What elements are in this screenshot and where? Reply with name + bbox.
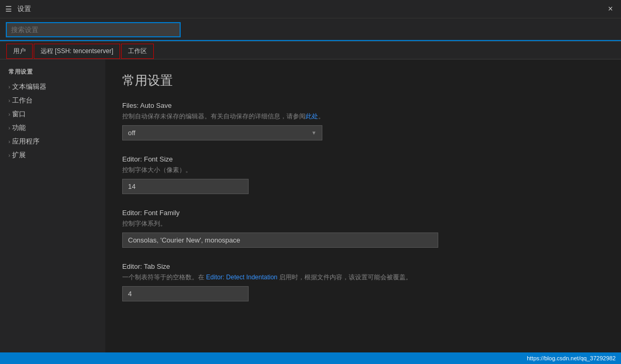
status-bar: https://blog.csdn.net/qq_37292982 <box>0 352 621 364</box>
sidebar: 常用设置 › 文本编辑器 › 工作台 › 窗口 › 功能 › 应用程序 › 扩展 <box>0 59 105 363</box>
setting-label-key: Tab Size <box>144 262 170 270</box>
window-title: 设置 <box>17 4 600 14</box>
tab-workspace[interactable]: 工作区 <box>121 44 154 59</box>
chevron-icon: › <box>8 98 10 104</box>
tab-remote[interactable]: 远程 [SSH: tencentserver] <box>34 44 120 59</box>
sidebar-item-label: 窗口 <box>12 109 26 119</box>
sidebar-item-label: 工作台 <box>12 96 33 105</box>
auto-save-dropdown[interactable]: off ▼ <box>122 125 322 140</box>
setting-description-font-family: 控制字体系列。 <box>122 219 604 228</box>
sidebar-item-label: 应用程序 <box>12 137 40 146</box>
setting-font-size: Editor: Font Size 控制字体大小（像素）。 <box>122 155 604 194</box>
setting-label-font-family: Editor: Font Family <box>122 209 604 217</box>
setting-label-key: Font Family <box>144 209 180 217</box>
setting-font-family: Editor: Font Family 控制字体系列。 <box>122 209 604 248</box>
sidebar-item-text-editor[interactable]: › 文本编辑器 <box>0 80 105 94</box>
search-input[interactable] <box>6 23 180 37</box>
setting-label-font-size: Editor: Font Size <box>122 155 604 163</box>
close-button[interactable]: × <box>605 4 616 14</box>
chevron-icon: › <box>8 125 10 131</box>
setting-label-prefix: Editor: <box>122 155 144 163</box>
sidebar-item-label: 扩展 <box>12 150 26 160</box>
sidebar-item-label: 功能 <box>12 123 26 133</box>
setting-description-font-size: 控制字体大小（像素）。 <box>122 165 604 175</box>
setting-label-key: Auto Save <box>140 102 172 109</box>
setting-description-tab-size: 一个制表符等于的空格数。在 Editor: Detect Indentation… <box>122 272 604 282</box>
sidebar-item-window[interactable]: › 窗口 <box>0 107 105 121</box>
setting-label-prefix: Editor: <box>122 262 144 270</box>
chevron-icon: › <box>8 153 10 158</box>
setting-label-prefix: Files: <box>122 102 140 109</box>
setting-label-auto-save: Files: Auto Save <box>122 102 604 109</box>
setting-label-prefix: Editor: <box>122 209 144 217</box>
sidebar-item-applications[interactable]: › 应用程序 <box>0 135 105 148</box>
menu-icon: ☰ <box>5 5 12 13</box>
sidebar-item-features[interactable]: › 功能 <box>0 121 105 135</box>
description-text: 控制字体大小（像素）。 <box>122 166 192 174</box>
setting-label-tab-size: Editor: Tab Size <box>122 262 604 270</box>
chevron-icon: › <box>8 139 10 145</box>
tab-size-input[interactable] <box>122 286 249 301</box>
content-area: 常用设置 Files: Auto Save 控制自动保存未保存的编辑器。有关自动… <box>105 59 621 363</box>
description-before: 一个制表符等于的空格数。在 <box>122 274 206 281</box>
sidebar-item-workbench[interactable]: › 工作台 <box>0 94 105 107</box>
description-after: 启用时，根据文件内容，该设置可能会被覆盖。 <box>278 274 412 281</box>
font-size-input[interactable] <box>122 179 249 194</box>
search-bar-underline <box>0 40 621 41</box>
dropdown-value: off <box>128 129 135 137</box>
sidebar-item-label: 文本编辑器 <box>12 82 46 92</box>
tabs-container: 用户 远程 [SSH: tencentserver] 工作区 <box>0 42 621 59</box>
sidebar-section-title: 常用设置 <box>0 66 105 78</box>
page-title: 常用设置 <box>122 72 604 89</box>
description-link[interactable]: 此处 <box>305 113 318 120</box>
font-family-input[interactable] <box>122 232 438 248</box>
sidebar-item-extensions[interactable]: › 扩展 <box>0 148 105 162</box>
description-text: 控制自动保存未保存的编辑器。有关自动保存的详细信息，请参阅 <box>122 113 305 120</box>
description-text: 控制字体系列。 <box>122 220 166 227</box>
chevron-icon: › <box>8 112 10 117</box>
description-highlight: Editor: Detect Indentation <box>206 274 277 281</box>
setting-description-auto-save: 控制自动保存未保存的编辑器。有关自动保存的详细信息，请参阅此处。 <box>122 112 604 121</box>
setting-auto-save: Files: Auto Save 控制自动保存未保存的编辑器。有关自动保存的详细… <box>122 102 604 140</box>
tab-user[interactable]: 用户 <box>6 44 33 59</box>
status-url: https://blog.csdn.net/qq_37292982 <box>527 355 616 361</box>
description-suffix: 。 <box>318 113 324 120</box>
main-layout: 常用设置 › 文本编辑器 › 工作台 › 窗口 › 功能 › 应用程序 › 扩展… <box>0 59 621 363</box>
dropdown-arrow-icon: ▼ <box>311 130 317 136</box>
chevron-icon: › <box>8 84 10 90</box>
title-bar: ☰ 设置 × <box>0 0 621 18</box>
setting-label-key: Font Size <box>144 155 173 163</box>
search-bar-container <box>0 18 621 42</box>
setting-tab-size: Editor: Tab Size 一个制表符等于的空格数。在 Editor: D… <box>122 262 604 301</box>
